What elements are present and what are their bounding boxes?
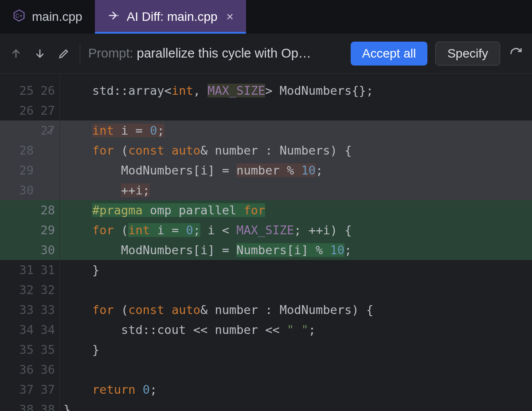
- svg-text:C+: C+: [16, 13, 23, 19]
- code-line[interactable]: }: [60, 340, 532, 360]
- edit-icon[interactable]: [56, 46, 72, 62]
- gutter-row: 2526: [0, 81, 59, 101]
- cpp-file-icon: C+: [12, 9, 26, 25]
- accept-all-button[interactable]: Accept all: [351, 42, 427, 66]
- specify-button[interactable]: Specify: [435, 42, 500, 66]
- code-line[interactable]: std::array<int, MAX_SIZE> ModNumbers{};: [60, 81, 532, 101]
- tab-bar: C+ main.cpp AI Diff: main.cpp ×: [0, 0, 532, 34]
- code-line[interactable]: ++i;: [60, 180, 532, 200]
- code-line[interactable]: }: [60, 260, 532, 280]
- gutter-row: 29: [0, 160, 59, 180]
- toolbar-divider: [80, 44, 80, 63]
- gutter-row: 3434: [0, 320, 59, 340]
- close-icon[interactable]: ×: [227, 11, 234, 23]
- gutter-row: 29: [0, 220, 59, 240]
- ai-diff-icon: [107, 9, 121, 25]
- gutter-row: 3333: [0, 300, 59, 320]
- code-area[interactable]: std::array<int, MAX_SIZE> ModNumbers{}; …: [60, 74, 532, 411]
- code-line[interactable]: for (const auto& number : ModNumbers) {: [60, 300, 532, 320]
- prev-change-icon[interactable]: [8, 46, 24, 62]
- refresh-icon[interactable]: [508, 46, 524, 62]
- gutter-row: 3838: [0, 399, 59, 411]
- gutter-row: 2627: [0, 101, 59, 120]
- accept-hunk-icon[interactable]: ✓: [39, 120, 54, 140]
- code-line[interactable]: [60, 101, 532, 120]
- tab-label: AI Diff: main.cpp: [127, 10, 218, 24]
- tab-main-cpp[interactable]: C+ main.cpp: [0, 0, 95, 34]
- tab-label: main.cpp: [32, 10, 82, 24]
- diff-editor: 2526262727✓28293028293031313232333334343…: [0, 74, 532, 411]
- next-change-icon[interactable]: [32, 46, 48, 62]
- gutter-row: 3535: [0, 340, 59, 360]
- code-line[interactable]: for (const auto& number : Numbers) {: [60, 140, 532, 160]
- code-line[interactable]: #pragma omp parallel for: [60, 200, 532, 220]
- prompt-value: parallelize this cycle with Op…: [137, 46, 311, 60]
- gutter-row: 30: [0, 180, 59, 200]
- prompt-display[interactable]: Prompt: parallelize this cycle with Op…: [88, 46, 343, 61]
- code-line[interactable]: for (int i = 0; i < MAX_SIZE; ++i) {: [60, 220, 532, 240]
- gutter-row: 3232: [0, 280, 59, 300]
- code-line[interactable]: std::cout << number << " ";: [60, 320, 532, 340]
- code-line[interactable]: ModNumbers[i] = Numbers[i] % 10;: [60, 240, 532, 260]
- code-line[interactable]: int i = 0;: [60, 120, 532, 140]
- gutter-row: 30: [0, 240, 59, 260]
- code-line[interactable]: [60, 360, 532, 380]
- code-line[interactable]: ModNumbers[i] = number % 10;: [60, 160, 532, 180]
- gutter-row: 3636: [0, 360, 59, 380]
- code-line[interactable]: }: [60, 399, 532, 411]
- gutter-row: 27✓: [0, 120, 59, 140]
- gutter-row: 3131: [0, 260, 59, 280]
- tab-ai-diff[interactable]: AI Diff: main.cpp ×: [95, 0, 246, 34]
- gutter-row: 28: [0, 140, 59, 160]
- line-gutter: 2526262727✓28293028293031313232333334343…: [0, 74, 60, 411]
- diff-toolbar: Prompt: parallelize this cycle with Op… …: [0, 34, 532, 74]
- prompt-label: Prompt:: [88, 46, 137, 60]
- code-line[interactable]: [60, 280, 532, 300]
- gutter-row: 28: [0, 200, 59, 220]
- gutter-row: 3737: [0, 380, 59, 399]
- code-line[interactable]: return 0;: [60, 380, 532, 399]
